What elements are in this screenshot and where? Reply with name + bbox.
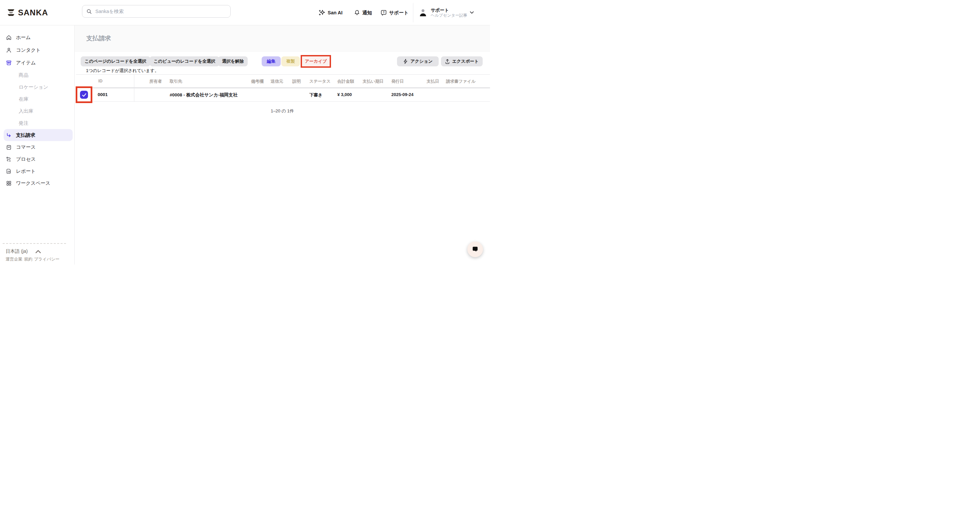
sidebar-item-payment-requests-active[interactable]: 支払請求 (4, 129, 73, 141)
main-content: 支払請求 このページのレコードを全選択 このビューのレコードを全選択 選択を解除… (75, 25, 490, 264)
global-search[interactable] (82, 5, 231, 18)
support-button[interactable]: ? サポート (381, 0, 409, 25)
table-row-border (76, 101, 490, 102)
bell-icon (354, 10, 360, 16)
sidebar-item-in-out[interactable]: 入出庫 (0, 105, 75, 117)
avatar (418, 8, 427, 17)
column-header-notes: 備考欄 (251, 79, 264, 84)
grid-icon (6, 180, 12, 186)
cell-total: ¥ 3,000 (337, 92, 352, 97)
sidebar-item-label: プロセス (16, 156, 36, 163)
chat-fab-button[interactable] (467, 242, 483, 257)
actions-label: アクション (410, 58, 433, 64)
sidebar-item-locations[interactable]: ロケーション (0, 81, 75, 93)
actions-button[interactable]: アクション (397, 56, 439, 66)
sidebar-item-label: コマース (16, 144, 36, 150)
san-ai-label: San AI (328, 10, 343, 15)
sidebar-nav: ホーム コンタクト アイテム 商品 (0, 31, 75, 189)
svg-text:?: ? (383, 11, 385, 14)
user-subtitle: ヘルプセンター記事 (431, 13, 467, 18)
language-selector[interactable]: 日本語 (ja) (6, 249, 75, 255)
cell-status: 下書き (309, 92, 322, 98)
sidebar-item-label: アイテム (16, 60, 36, 66)
sidebar-footer: 日本語 (ja) 運営企業 規約 プライバシー (0, 243, 75, 262)
sanka-logo-icon (6, 8, 16, 18)
select-all-view-button[interactable]: このビューのレコードを全選択 (150, 56, 220, 66)
notifications-button[interactable]: 通知 (354, 0, 372, 25)
export-label: エクスポート (452, 58, 479, 64)
sidebar-item-items[interactable]: アイテム (0, 56, 75, 69)
sidebar-item-label: ロケーション (19, 84, 48, 91)
legal-links: 運営企業 規約 プライバシー (6, 257, 75, 262)
sidebar-item-inventory[interactable]: 在庫 (0, 93, 75, 105)
column-header-status: ステータス (309, 79, 331, 84)
toolbar: このページのレコードを全選択 このビューのレコードを全選択 選択を解除 編集 複… (75, 56, 490, 66)
sidebar-item-label: 在庫 (19, 96, 28, 102)
sidebar: ホーム コンタクト アイテム 商品 (0, 25, 75, 264)
sidebar-item-label: ワークスペース (16, 180, 50, 186)
sidebar-item-commerce[interactable]: コマース (0, 141, 75, 153)
help-bubble-icon: ? (381, 10, 387, 16)
column-header-invoice-file: 請求書ファイル (446, 79, 476, 84)
sidebar-item-label: レポート (16, 168, 36, 174)
records-table: ID 所有者 取引先 備考欄 送信元 説明 ステータス 合計金額 支払い期日 発… (75, 74, 490, 101)
cell-issue-date: 2025-09-24 (391, 92, 414, 97)
sidebar-item-process[interactable]: プロセス (0, 153, 75, 165)
lightning-bolt-icon (403, 59, 408, 64)
person-icon (6, 47, 12, 53)
row-checkbox-checked[interactable] (80, 91, 88, 99)
sidebar-item-label: 発注 (19, 120, 28, 126)
corner-down-right-arrow-icon (6, 132, 12, 138)
search-icon (86, 9, 92, 14)
column-header-client: 取引先 (170, 79, 182, 84)
column-header-description: 説明 (292, 79, 301, 84)
sidebar-item-reports[interactable]: レポート (0, 165, 75, 177)
support-label: サポート (389, 10, 409, 16)
user-menu[interactable]: サポート ヘルプセンター記事 (418, 5, 485, 21)
sidebar-item-label: 入出庫 (19, 108, 33, 115)
language-label: 日本語 (ja) (6, 249, 28, 255)
link-privacy[interactable]: プライバシー (34, 257, 59, 262)
sidebar-item-label: 支払請求 (16, 132, 35, 139)
sidebar-item-contacts[interactable]: コンタクト (0, 44, 75, 56)
search-input[interactable] (95, 8, 226, 14)
report-document-icon (6, 169, 12, 174)
selection-note: 1つのレコードが選択されています。 (86, 68, 159, 74)
select-all-page-button[interactable]: このページのレコードを全選択 (81, 56, 150, 66)
sidebar-footer-divider (3, 243, 66, 244)
shopping-bag-icon (6, 144, 12, 150)
link-company[interactable]: 運営企業 (6, 257, 22, 262)
checkbox-annotation-highlight (76, 86, 92, 103)
column-header-id: ID (98, 79, 103, 83)
sidebar-item-workspace[interactable]: ワークスペース (0, 177, 75, 189)
table-column-divider (134, 74, 134, 101)
clear-selection-button[interactable]: 選択を解除 (218, 56, 248, 66)
home-icon (6, 35, 12, 40)
sidebar-item-purchase-orders[interactable]: 発注 (0, 117, 75, 129)
workflow-route-icon (6, 156, 12, 162)
edit-button[interactable]: 編集 (262, 56, 281, 66)
duplicate-button[interactable]: 複製 (282, 56, 300, 66)
table-header-border (76, 88, 490, 88)
table-top-border (76, 74, 490, 75)
sidebar-item-label: ホーム (16, 34, 31, 41)
pagination-summary: 1–20 の 1件 (75, 108, 490, 114)
export-button[interactable]: エクスポート (441, 56, 483, 66)
app-window: SANKA San AI 通知 (0, 0, 490, 264)
upload-icon (445, 59, 450, 64)
page-title: 支払請求 (86, 34, 111, 42)
sidebar-item-label: 商品 (19, 72, 28, 78)
chevron-down-icon[interactable] (469, 10, 474, 15)
notifications-label: 通知 (362, 10, 372, 16)
archive-annotation-highlight: アーカイブ (301, 55, 331, 68)
check-icon (81, 92, 87, 98)
sanka-logo-text: SANKA (18, 8, 48, 18)
sidebar-item-home[interactable]: ホーム (0, 31, 75, 44)
user-name: サポート (431, 7, 467, 13)
cell-client: #0008 - 株式会社サンカ-福岡支社 (170, 92, 237, 98)
box-icon (6, 60, 12, 66)
san-ai-button[interactable]: San AI (319, 0, 343, 25)
archive-button[interactable]: アーカイブ (302, 56, 330, 66)
link-terms[interactable]: 規約 (24, 257, 32, 262)
sidebar-item-products[interactable]: 商品 (0, 69, 75, 81)
